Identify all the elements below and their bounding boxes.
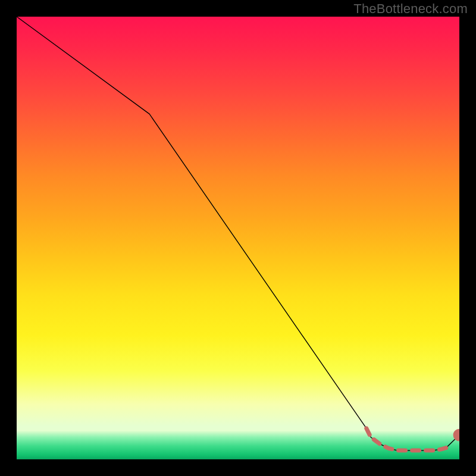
watermark-text: TheBottleneck.com: [353, 1, 468, 17]
chart-frame: TheBottleneck.com: [0, 0, 476, 476]
series-curve: [17, 17, 459, 450]
end-dot: [453, 429, 459, 441]
series-dashed-bottom: [367, 428, 446, 450]
plot-area: [17, 17, 459, 459]
chart-svg: [17, 17, 459, 459]
